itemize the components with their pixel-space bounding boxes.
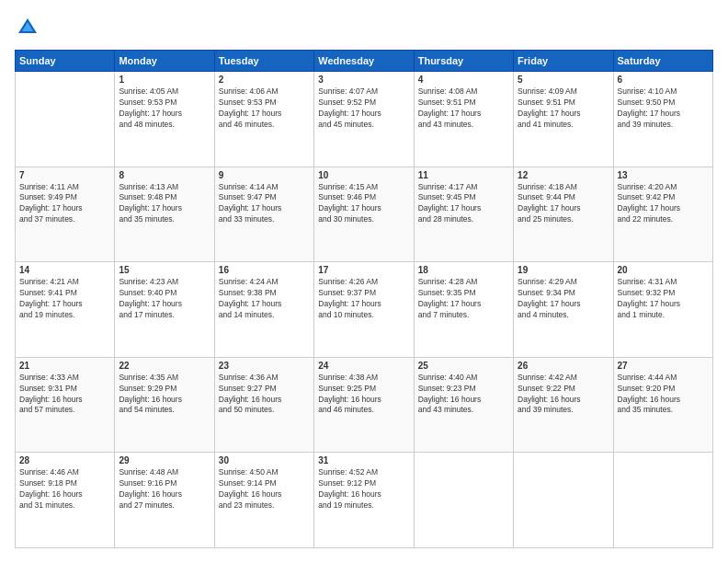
day-info: Sunrise: 4:48 AM Sunset: 9:16 PM Dayligh… — [119, 467, 210, 511]
day-number: 28 — [19, 455, 110, 465]
calendar-cell: 2Sunrise: 4:06 AM Sunset: 9:53 PM Daylig… — [214, 72, 313, 167]
calendar-header-monday: Monday — [115, 51, 214, 72]
calendar-cell: 22Sunrise: 4:35 AM Sunset: 9:29 PM Dayli… — [115, 357, 214, 453]
day-number: 13 — [618, 170, 709, 180]
day-info: Sunrise: 4:15 AM Sunset: 9:46 PM Dayligh… — [318, 182, 409, 226]
calendar-cell: 21Sunrise: 4:33 AM Sunset: 9:31 PM Dayli… — [16, 357, 115, 453]
calendar-cell: 24Sunrise: 4:38 AM Sunset: 9:25 PM Dayli… — [314, 357, 414, 453]
day-info: Sunrise: 4:23 AM Sunset: 9:40 PM Dayligh… — [119, 277, 210, 321]
calendar-cell: 25Sunrise: 4:40 AM Sunset: 9:23 PM Dayli… — [414, 357, 513, 453]
calendar-cell: 29Sunrise: 4:48 AM Sunset: 9:16 PM Dayli… — [115, 453, 214, 548]
calendar-cell: 23Sunrise: 4:36 AM Sunset: 9:27 PM Dayli… — [214, 357, 313, 453]
calendar-cell: 28Sunrise: 4:46 AM Sunset: 9:18 PM Dayli… — [16, 453, 115, 548]
day-number: 26 — [518, 361, 609, 371]
page: SundayMondayTuesdayWednesdayThursdayFrid… — [0, 0, 728, 563]
day-info: Sunrise: 4:36 AM Sunset: 9:27 PM Dayligh… — [219, 373, 310, 417]
header — [15, 15, 713, 40]
day-number: 6 — [618, 75, 709, 85]
calendar-cell: 14Sunrise: 4:21 AM Sunset: 9:41 PM Dayli… — [16, 262, 115, 358]
calendar-cell: 10Sunrise: 4:15 AM Sunset: 9:46 PM Dayli… — [314, 167, 414, 262]
day-info: Sunrise: 4:24 AM Sunset: 9:38 PM Dayligh… — [219, 277, 310, 321]
calendar-header-saturday: Saturday — [613, 51, 712, 72]
calendar-week-5: 28Sunrise: 4:46 AM Sunset: 9:18 PM Dayli… — [16, 453, 713, 548]
day-info: Sunrise: 4:33 AM Sunset: 9:31 PM Dayligh… — [19, 373, 110, 417]
day-info: Sunrise: 4:35 AM Sunset: 9:29 PM Dayligh… — [119, 373, 210, 417]
calendar-cell — [613, 453, 712, 548]
day-number: 20 — [618, 265, 709, 275]
day-info: Sunrise: 4:10 AM Sunset: 9:50 PM Dayligh… — [618, 86, 709, 131]
day-number: 18 — [418, 265, 509, 275]
calendar-cell: 20Sunrise: 4:31 AM Sunset: 9:32 PM Dayli… — [613, 262, 712, 358]
day-info: Sunrise: 4:05 AM Sunset: 9:53 PM Dayligh… — [119, 86, 210, 131]
day-info: Sunrise: 4:29 AM Sunset: 9:34 PM Dayligh… — [518, 277, 609, 321]
calendar-cell: 27Sunrise: 4:44 AM Sunset: 9:20 PM Dayli… — [613, 357, 712, 453]
day-number: 8 — [119, 170, 210, 180]
day-number: 27 — [618, 361, 709, 371]
day-number: 1 — [119, 75, 210, 85]
calendar-cell: 11Sunrise: 4:17 AM Sunset: 9:45 PM Dayli… — [414, 167, 513, 262]
calendar-cell — [514, 453, 613, 548]
day-info: Sunrise: 4:18 AM Sunset: 9:44 PM Dayligh… — [518, 182, 609, 226]
day-number: 5 — [518, 75, 609, 85]
day-info: Sunrise: 4:44 AM Sunset: 9:20 PM Dayligh… — [618, 373, 709, 417]
day-number: 11 — [418, 170, 509, 180]
calendar-cell: 17Sunrise: 4:26 AM Sunset: 9:37 PM Dayli… — [314, 262, 414, 358]
calendar-cell: 4Sunrise: 4:08 AM Sunset: 9:51 PM Daylig… — [414, 72, 513, 167]
calendar-cell: 3Sunrise: 4:07 AM Sunset: 9:52 PM Daylig… — [314, 72, 414, 167]
calendar-cell: 19Sunrise: 4:29 AM Sunset: 9:34 PM Dayli… — [514, 262, 613, 358]
logo-icon — [15, 15, 40, 40]
calendar-header-wednesday: Wednesday — [314, 51, 414, 72]
day-number: 15 — [119, 265, 210, 275]
day-info: Sunrise: 4:17 AM Sunset: 9:45 PM Dayligh… — [418, 182, 509, 226]
day-info: Sunrise: 4:09 AM Sunset: 9:51 PM Dayligh… — [518, 86, 609, 131]
day-number: 12 — [518, 170, 609, 180]
day-info: Sunrise: 4:40 AM Sunset: 9:23 PM Dayligh… — [418, 373, 509, 417]
calendar-header-sunday: Sunday — [16, 51, 115, 72]
day-info: Sunrise: 4:31 AM Sunset: 9:32 PM Dayligh… — [618, 277, 709, 321]
calendar-cell: 30Sunrise: 4:50 AM Sunset: 9:14 PM Dayli… — [214, 453, 313, 548]
day-number: 10 — [318, 170, 409, 180]
day-info: Sunrise: 4:11 AM Sunset: 9:49 PM Dayligh… — [19, 182, 110, 226]
calendar-header-row: SundayMondayTuesdayWednesdayThursdayFrid… — [16, 51, 713, 72]
calendar-cell: 1Sunrise: 4:05 AM Sunset: 9:53 PM Daylig… — [115, 72, 214, 167]
day-number: 25 — [418, 361, 509, 371]
calendar-cell: 5Sunrise: 4:09 AM Sunset: 9:51 PM Daylig… — [514, 72, 613, 167]
day-number: 31 — [318, 455, 409, 465]
day-number: 3 — [318, 75, 409, 85]
calendar-header-tuesday: Tuesday — [214, 51, 313, 72]
calendar-cell: 9Sunrise: 4:14 AM Sunset: 9:47 PM Daylig… — [214, 167, 313, 262]
day-info: Sunrise: 4:46 AM Sunset: 9:18 PM Dayligh… — [19, 467, 110, 511]
calendar-cell: 26Sunrise: 4:42 AM Sunset: 9:22 PM Dayli… — [514, 357, 613, 453]
calendar-cell — [414, 453, 513, 548]
day-info: Sunrise: 4:14 AM Sunset: 9:47 PM Dayligh… — [219, 182, 310, 226]
logo — [15, 15, 44, 40]
calendar-cell: 18Sunrise: 4:28 AM Sunset: 9:35 PM Dayli… — [414, 262, 513, 358]
day-number: 24 — [318, 361, 409, 371]
calendar-header-friday: Friday — [514, 51, 613, 72]
calendar-cell: 31Sunrise: 4:52 AM Sunset: 9:12 PM Dayli… — [314, 453, 414, 548]
calendar-table: SundayMondayTuesdayWednesdayThursdayFrid… — [15, 50, 713, 548]
day-info: Sunrise: 4:07 AM Sunset: 9:52 PM Dayligh… — [318, 86, 409, 131]
day-info: Sunrise: 4:08 AM Sunset: 9:51 PM Dayligh… — [418, 86, 509, 131]
day-number: 22 — [119, 361, 210, 371]
calendar-cell: 13Sunrise: 4:20 AM Sunset: 9:42 PM Dayli… — [613, 167, 712, 262]
calendar-cell: 16Sunrise: 4:24 AM Sunset: 9:38 PM Dayli… — [214, 262, 313, 358]
day-number: 9 — [219, 170, 310, 180]
day-number: 16 — [219, 265, 310, 275]
day-info: Sunrise: 4:42 AM Sunset: 9:22 PM Dayligh… — [518, 373, 609, 417]
day-info: Sunrise: 4:20 AM Sunset: 9:42 PM Dayligh… — [618, 182, 709, 226]
calendar-week-1: 1Sunrise: 4:05 AM Sunset: 9:53 PM Daylig… — [16, 72, 713, 167]
calendar-week-2: 7Sunrise: 4:11 AM Sunset: 9:49 PM Daylig… — [16, 167, 713, 262]
day-number: 2 — [219, 75, 310, 85]
calendar-week-3: 14Sunrise: 4:21 AM Sunset: 9:41 PM Dayli… — [16, 262, 713, 358]
calendar-cell — [16, 72, 115, 167]
day-info: Sunrise: 4:26 AM Sunset: 9:37 PM Dayligh… — [318, 277, 409, 321]
day-number: 23 — [219, 361, 310, 371]
day-number: 7 — [19, 170, 110, 180]
day-info: Sunrise: 4:28 AM Sunset: 9:35 PM Dayligh… — [418, 277, 509, 321]
day-number: 19 — [518, 265, 609, 275]
calendar-cell: 15Sunrise: 4:23 AM Sunset: 9:40 PM Dayli… — [115, 262, 214, 358]
day-number: 21 — [19, 361, 110, 371]
day-info: Sunrise: 4:50 AM Sunset: 9:14 PM Dayligh… — [219, 467, 310, 511]
day-info: Sunrise: 4:52 AM Sunset: 9:12 PM Dayligh… — [318, 467, 409, 511]
